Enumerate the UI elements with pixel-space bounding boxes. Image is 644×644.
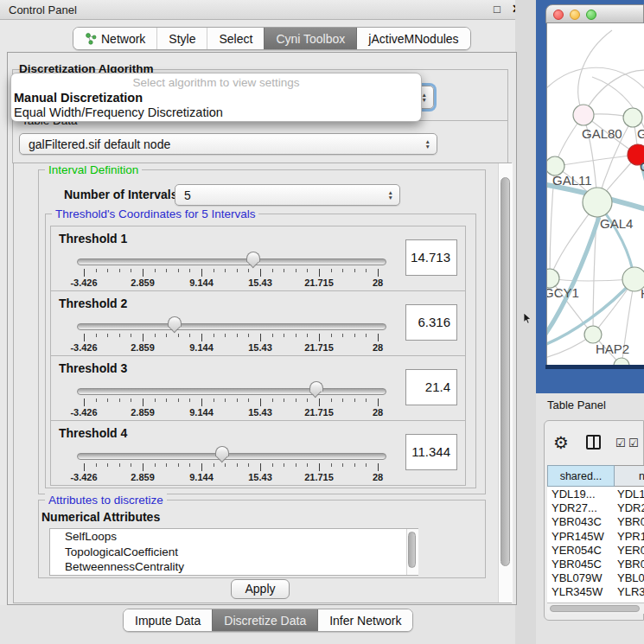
network-window-titlebar[interactable] [545, 4, 644, 23]
attribute-item[interactable]: SelfLoops [50, 529, 418, 545]
tick-label: -3.426 [70, 342, 97, 353]
float-window-icon[interactable]: □ [494, 3, 501, 16]
cell-name[interactable]: YDR2 [617, 501, 644, 514]
apply-button[interactable]: Apply [231, 579, 290, 599]
attributes-group-title: Attributes to discretize [45, 494, 167, 507]
slider-track[interactable] [77, 453, 386, 460]
cell-shared-name[interactable]: YBL079W [552, 571, 603, 584]
scrollbar-thumb[interactable] [408, 532, 416, 568]
tab-label: Style [169, 32, 195, 46]
mouse-cursor [524, 313, 532, 324]
popup-option-manual-discretization[interactable]: Manual Discretization [11, 91, 421, 105]
table-data-combo-value: galFiltered.sif default node [29, 137, 170, 151]
cell-name[interactable]: YBL0 [617, 571, 644, 584]
vertical-scrollbar[interactable] [498, 163, 513, 603]
thresholds-group-title: Threshold's Coordinates for 5 Intervals [52, 207, 258, 220]
network-node-GA[interactable] [623, 108, 642, 127]
slider-tick-labels: -3.4262.8599.14415.4321.71528 [77, 472, 385, 484]
threshold-1-value-field[interactable]: 14.713 [405, 239, 457, 276]
column-header-shared-name[interactable]: shared... [547, 465, 615, 487]
node-label: GCY1 [547, 285, 579, 300]
slider-major-ticks [77, 334, 385, 341]
table-data-combo[interactable]: galFiltered.sif default node ▲▼ [19, 133, 437, 155]
cell-shared-name[interactable]: YBR045C [552, 558, 602, 571]
cell-name[interactable]: YER0 [617, 544, 644, 557]
attribute-item[interactable]: TopologicalCoefficient [50, 545, 418, 560]
cell-name[interactable]: YBR0 [617, 515, 644, 528]
columns-icon[interactable] [586, 435, 601, 450]
stepper-arrows: ▲▼ [388, 185, 393, 205]
popup-option-equal-width-frequency[interactable]: Equal Width/Frequency Discretization [11, 105, 421, 120]
network-node-unlabeled[interactable] [614, 358, 629, 365]
scrollbar-thumb[interactable] [550, 605, 640, 612]
numerical-attributes-list[interactable]: SelfLoopsTopologicalCoefficientBetweenne… [49, 528, 418, 576]
slider-thumb[interactable] [309, 381, 323, 399]
node-attribute-table[interactable]: shared... na YDL19...YDL1YDR27...YDR2YBR… [547, 465, 644, 603]
cell-shared-name[interactable]: YPR145W [552, 530, 604, 543]
network-view-canvas[interactable]: GAL80GACGAL11GAL4GCY1HHAP2 [546, 23, 644, 365]
threshold-4-value-field[interactable]: 11.344 [405, 434, 457, 470]
table-row[interactable]: YBR043CYBR0 [547, 515, 644, 529]
slider-thumb[interactable] [168, 316, 182, 334]
cell-shared-name[interactable]: YLR345W [552, 585, 603, 598]
checkbox-icon[interactable]: ☑ [628, 437, 639, 450]
network-node-GAL80[interactable] [573, 105, 594, 125]
scrollbar-thumb[interactable] [501, 177, 510, 566]
tab-label: Cyni Toolbox [276, 32, 345, 46]
checkbox-icon[interactable]: ☑ [615, 437, 626, 450]
tab-style[interactable]: Style [156, 28, 207, 49]
cell-shared-name[interactable]: YDL19... [552, 488, 596, 501]
threshold-4-slider[interactable]: -3.4262.8599.14415.4321.71528 [77, 449, 385, 487]
slider-track[interactable] [77, 388, 386, 395]
slider-thumb[interactable] [246, 252, 260, 269]
tab-network[interactable]: Network [73, 28, 156, 49]
tick-label: 2.859 [131, 472, 155, 482]
table-horizontal-scrollbar[interactable] [547, 603, 644, 614]
cell-name[interactable]: YPR1 [617, 530, 644, 543]
number-of-intervals-combo[interactable]: 5 ▲▼ [175, 184, 400, 206]
cell-shared-name[interactable]: YBR043C [552, 515, 602, 528]
table-row[interactable]: YLR345WYLR3 [547, 585, 644, 599]
table-row[interactable]: YER054CYER0 [547, 544, 644, 558]
cell-shared-name[interactable]: YDR27... [552, 501, 597, 514]
column-header-name[interactable]: na [615, 465, 644, 487]
table-row[interactable]: YBL079WYBL0 [547, 571, 644, 585]
threshold-label: Threshold 1 [59, 232, 127, 245]
gear-icon[interactable]: ⚙ [553, 432, 569, 453]
table-row[interactable]: YBR045CYBR0 [547, 558, 644, 571]
tab-infer-network[interactable]: Infer Network [317, 609, 412, 631]
network-node-GAL4[interactable] [583, 188, 612, 217]
tab-jactivemnodules[interactable]: jActiveMNodules [356, 28, 469, 49]
tab-discretize-data[interactable]: Discretize Data [212, 609, 317, 631]
slider-track[interactable] [77, 258, 386, 265]
threshold-2-slider[interactable]: -3.4262.8599.14415.4321.71528 [77, 319, 385, 357]
threshold-1-slider[interactable]: -3.4262.8599.14415.4321.71528 [77, 254, 385, 292]
network-node-HAP2[interactable] [584, 326, 602, 343]
attributes-list-scrollbar[interactable] [406, 529, 418, 575]
cell-name[interactable]: YBR0 [617, 558, 644, 571]
minimize-traffic-light[interactable] [570, 10, 580, 20]
tab-cyni-toolbox[interactable]: Cyni Toolbox [264, 28, 356, 49]
close-traffic-light[interactable] [553, 10, 564, 20]
zoom-traffic-light[interactable] [586, 10, 596, 20]
tab-select[interactable]: Select [207, 28, 264, 49]
table-row[interactable]: YDL19...YDL1 [547, 488, 644, 501]
cell-name[interactable]: YLR3 [617, 585, 644, 598]
cell-shared-name[interactable]: YER054C [552, 544, 602, 557]
tab-label: Select [219, 32, 252, 46]
tab-label: Impute Data [135, 614, 201, 628]
threshold-2-value-field[interactable]: 6.316 [405, 304, 457, 341]
table-row[interactable]: YDR27...YDR2 [547, 501, 644, 515]
threshold-3-value-field[interactable]: 21.4 [405, 369, 457, 405]
screen: Control Panel □ ✕ Network Style Select C… [0, 0, 644, 644]
cell-name[interactable]: YDL1 [617, 488, 644, 501]
algorithm-dropdown-popup: Select algorithm to view settings Manual… [10, 73, 422, 122]
control-panel-titlebar [0, 0, 515, 20]
table-row[interactable]: YPR145WYPR1 [547, 530, 644, 544]
threshold-3-slider[interactable]: -3.4262.8599.14415.4321.71528 [77, 384, 385, 422]
popup-placeholder: Select algorithm to view settings [11, 73, 421, 91]
tab-impute-data[interactable]: Impute Data [124, 609, 212, 631]
attribute-item[interactable]: BetweennessCentrality [50, 559, 418, 575]
slider-thumb[interactable] [215, 446, 229, 463]
slider-track[interactable] [77, 323, 386, 330]
